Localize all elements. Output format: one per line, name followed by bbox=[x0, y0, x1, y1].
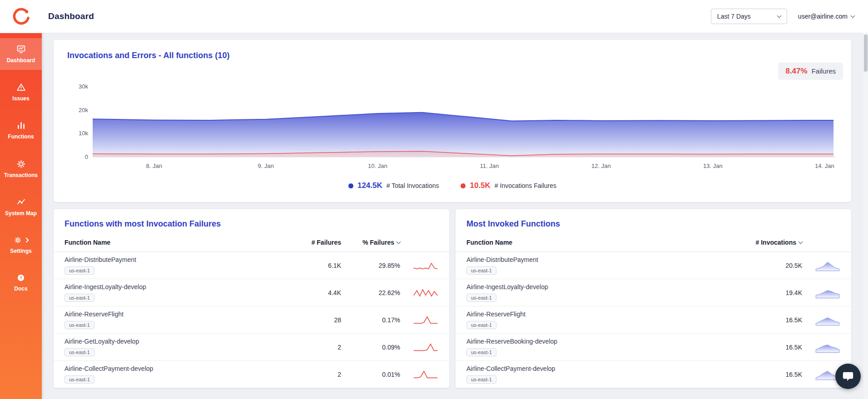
function-name-link[interactable]: Airline-IngestLoyalty-develop bbox=[64, 283, 282, 291]
table-row[interactable]: Airline-IngestLoyalty-develop us-east-1 … bbox=[456, 279, 851, 306]
column-function-name: Function Name bbox=[466, 239, 734, 246]
region-badge: us-east-1 bbox=[466, 294, 496, 302]
sidebar-item-label: Dashboard bbox=[7, 58, 35, 64]
failures-pct: 0.01% bbox=[341, 371, 400, 378]
svg-text:10k: 10k bbox=[79, 130, 88, 137]
table-row[interactable]: Airline-DistributePayment us-east-1 20.5… bbox=[456, 252, 851, 279]
time-range-value: Last 7 Days bbox=[717, 13, 751, 20]
svg-text:10. Jan: 10. Jan bbox=[368, 163, 387, 169]
svg-text:30k: 30k bbox=[79, 83, 88, 90]
time-range-select[interactable]: Last 7 Days bbox=[711, 9, 787, 24]
failures-count: 4.4K bbox=[282, 289, 341, 296]
sidebar-item-docs[interactable]: ? Docs bbox=[0, 267, 42, 298]
page-title: Dashboard bbox=[48, 11, 94, 21]
table-row[interactable]: Airline-DistributePayment us-east-1 6.1K… bbox=[54, 252, 449, 279]
scrollbar[interactable] bbox=[863, 33, 868, 399]
invocations-sparkline bbox=[815, 341, 840, 354]
user-email: user@airline.com bbox=[798, 13, 848, 20]
failures-count: 2 bbox=[282, 344, 341, 351]
failures-count: 2 bbox=[282, 371, 341, 378]
table-row[interactable]: Airline-ReserveBooking-develop us-east-1… bbox=[456, 334, 851, 361]
table-row[interactable]: Airline-ReserveFlight us-east-1 28 0.17% bbox=[54, 306, 449, 334]
table-row[interactable]: Airline-IngestLoyalty-develop us-east-1 … bbox=[54, 279, 449, 306]
sidebar-item-issues[interactable]: Issues bbox=[0, 76, 42, 108]
tables-row: Functions with most Invocation Failures … bbox=[54, 209, 851, 388]
legend-invocation-failures[interactable]: 10.5K # Invocations Failures bbox=[461, 181, 556, 190]
legend-dot-red bbox=[461, 183, 466, 188]
chart-legend: 124.5K # Total Invocations 10.5K # Invoc… bbox=[67, 181, 838, 190]
legend-dot-blue bbox=[348, 183, 353, 188]
app-logo[interactable] bbox=[0, 6, 42, 26]
chevron-down-icon bbox=[851, 14, 855, 18]
svg-text:20k: 20k bbox=[79, 107, 88, 113]
failure-rate-value: 8.47% bbox=[785, 67, 807, 76]
invocations-card: Invocations and Errors - All functions (… bbox=[54, 40, 851, 202]
failure-rate-badge: 8.47% Failures bbox=[778, 63, 843, 80]
region-badge: us-east-1 bbox=[64, 375, 94, 384]
transactions-icon bbox=[16, 159, 26, 169]
function-name-link[interactable]: Airline-ReserveBooking-develop bbox=[466, 338, 734, 345]
sidebar-item-transactions[interactable]: Transactions bbox=[0, 153, 42, 185]
function-name-link[interactable]: Airline-CollectPayment-develop bbox=[64, 365, 282, 372]
sidebar-item-functions[interactable]: Functions bbox=[0, 114, 42, 146]
region-badge: us-east-1 bbox=[466, 266, 496, 275]
region-badge: us-east-1 bbox=[64, 348, 94, 356]
dashboard-icon bbox=[16, 44, 26, 54]
scrollbar-thumb[interactable] bbox=[864, 34, 868, 72]
function-name-link[interactable]: Airline-IngestLoyalty-develop bbox=[466, 283, 734, 291]
table-row[interactable]: Airline-CollectPayment-develop us-east-1… bbox=[54, 361, 449, 388]
column-label: % Failures bbox=[362, 239, 394, 246]
svg-text:0: 0 bbox=[85, 153, 88, 160]
user-menu[interactable]: user@airline.com bbox=[798, 13, 854, 20]
column-failures-pct[interactable]: % Failures bbox=[341, 239, 400, 246]
sidebar-item-settings[interactable]: Settings bbox=[0, 229, 42, 261]
function-name-link[interactable]: Airline-ReserveFlight bbox=[64, 310, 282, 318]
failures-sparkline bbox=[413, 286, 438, 299]
sidebar-item-dashboard[interactable]: Dashboard bbox=[0, 38, 42, 70]
warning-triangle-icon bbox=[16, 83, 26, 92]
function-name-link[interactable]: Airline-ReserveFlight bbox=[466, 310, 734, 318]
main-content: Invocations and Errors - All functions (… bbox=[42, 33, 868, 399]
svg-text:12. Jan: 12. Jan bbox=[591, 163, 611, 169]
svg-text:11. Jan: 11. Jan bbox=[480, 163, 499, 169]
region-badge: us-east-1 bbox=[64, 266, 94, 275]
column-label: # Invocations bbox=[756, 239, 796, 246]
failures-count: 28 bbox=[282, 316, 341, 324]
sidebar-item-label: Functions bbox=[8, 134, 34, 140]
failures-card-title: Functions with most Invocation Failures bbox=[54, 219, 449, 229]
function-name-link[interactable]: Airline-DistributePayment bbox=[466, 256, 734, 263]
chat-bubble-icon bbox=[842, 370, 854, 382]
sidebar-item-label: System Map bbox=[5, 211, 37, 217]
chat-launcher-button[interactable] bbox=[835, 364, 861, 389]
svg-text:14. Jan: 14. Jan bbox=[815, 163, 834, 169]
sidebar-item-system-map[interactable]: System Map bbox=[0, 191, 42, 223]
logo-icon bbox=[11, 6, 31, 26]
function-name-link[interactable]: Airline-GetLoyalty-develop bbox=[64, 338, 282, 345]
table-header: Function Name # Failures % Failures bbox=[54, 232, 449, 252]
failures-pct: 0.09% bbox=[341, 344, 400, 351]
column-invocations[interactable]: # Invocations bbox=[734, 239, 802, 246]
table-row[interactable]: Airline-CollectPayment-develop us-east-1… bbox=[456, 361, 851, 388]
failures-pct: 29.85% bbox=[341, 262, 400, 269]
sidebar-item-label: Settings bbox=[10, 248, 31, 254]
table-row[interactable]: Airline-GetLoyalty-develop us-east-1 2 0… bbox=[54, 334, 449, 361]
svg-text:9. Jan: 9. Jan bbox=[258, 163, 274, 169]
failures-card: Functions with most Invocation Failures … bbox=[54, 209, 449, 388]
svg-text:?: ? bbox=[20, 276, 22, 280]
region-badge: us-east-1 bbox=[466, 348, 496, 356]
sidebar-item-label: Transactions bbox=[4, 172, 38, 178]
legend-total-invocations[interactable]: 124.5K # Total Invocations bbox=[348, 181, 439, 190]
sidebar: Dashboard Issues Functions Transactions bbox=[0, 33, 42, 399]
invocations-sparkline bbox=[815, 314, 840, 326]
function-name-link[interactable]: Airline-DistributePayment bbox=[64, 256, 282, 263]
sidebar-item-label: Issues bbox=[12, 96, 29, 102]
failures-pct: 0.17% bbox=[341, 316, 400, 324]
chevron-right-icon bbox=[24, 237, 29, 242]
table-row[interactable]: Airline-ReserveFlight us-east-1 16.5K bbox=[456, 306, 851, 334]
function-name-link[interactable]: Airline-CollectPayment-develop bbox=[466, 365, 734, 372]
invocations-sparkline bbox=[815, 286, 840, 299]
legend-failures-value: 10.5K bbox=[470, 181, 490, 190]
gear-icon bbox=[14, 236, 28, 245]
invocations-chart[interactable]: 010k20k30k8. Jan9. Jan10. Jan11. Jan12. … bbox=[67, 81, 838, 172]
column-failures-count: # Failures bbox=[282, 239, 341, 246]
